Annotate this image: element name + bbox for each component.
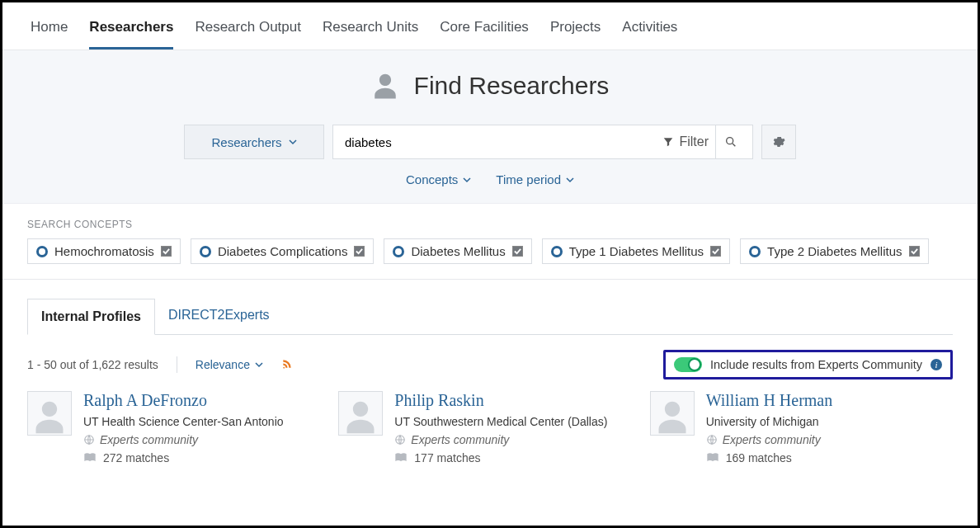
ring-icon: [36, 246, 48, 257]
nav-core-facilities[interactable]: Core Facilities: [440, 12, 529, 50]
checkbox-checked[interactable]: [354, 246, 365, 257]
results-toolbar: 1 - 50 out of 1,622 results Relevance In…: [2, 335, 978, 391]
results-toolbar-left: 1 - 50 out of 1,622 results Relevance: [27, 356, 293, 373]
results-grid: Ralph A DeFronzoUT Health Science Center…: [2, 391, 978, 473]
globe-icon: [706, 434, 718, 446]
chevron-down-icon: [566, 176, 574, 184]
filter-label: Filter: [679, 134, 709, 149]
concept-label: Diabetes Complications: [218, 244, 348, 258]
divider: [177, 356, 177, 373]
sort-select[interactable]: Relevance: [196, 358, 263, 371]
community-toggle[interactable]: [674, 357, 702, 372]
nav-researchers[interactable]: Researchers: [89, 12, 173, 50]
result-card: William H HermanUniversity of MichiganEx…: [650, 391, 953, 464]
info-icon[interactable]: i: [931, 359, 942, 370]
sub-filter-concepts[interactable]: Concepts: [406, 172, 471, 186]
search-type-select[interactable]: Researchers: [184, 125, 324, 159]
sort-label: Relevance: [196, 358, 250, 371]
tab-internal-profiles[interactable]: Internal Profiles: [27, 299, 155, 335]
chevron-down-icon: [255, 361, 263, 369]
concept-chip[interactable]: Type 2 Diabetes Mellitus: [740, 238, 928, 264]
globe-icon: [394, 434, 406, 446]
community-source: Experts community: [394, 433, 607, 446]
institution: UT Health Science Center-San Antonio: [83, 415, 284, 428]
page-title: Find Researchers: [371, 72, 610, 100]
search-button[interactable]: [715, 125, 746, 158]
nav-activities[interactable]: Activities: [622, 12, 677, 50]
ring-icon: [393, 246, 404, 257]
chevron-down-icon: [463, 176, 471, 184]
result-tabs: Internal ProfilesDIRECT2Experts: [2, 298, 978, 334]
svg-point-0: [727, 138, 733, 144]
avatar: [27, 391, 72, 436]
checkbox-checked[interactable]: [710, 246, 721, 257]
community-source: Experts community: [83, 433, 284, 446]
concept-label: Diabetes Mellitus: [411, 244, 505, 258]
institution: UT Southwestern Medical Center (Dallas): [394, 415, 607, 428]
community-toggle-label: Include results from Experts Community: [710, 358, 922, 371]
institution: University of Michigan: [706, 415, 833, 428]
rss-button[interactable]: [281, 358, 293, 372]
concept-label: Hemochromatosis: [54, 244, 154, 258]
nav-home[interactable]: Home: [31, 12, 68, 50]
nav-research-output[interactable]: Research Output: [195, 12, 301, 50]
filter-button[interactable]: Filter: [656, 125, 715, 158]
match-count: 177 matches: [394, 451, 607, 464]
concept-chip-list: HemochromatosisDiabetes ComplicationsDia…: [27, 238, 953, 264]
search-row: Researchers Filter: [184, 125, 796, 159]
ring-icon: [200, 246, 211, 257]
results-summary: 1 - 50 out of 1,622 results: [27, 358, 158, 371]
concept-label: Type 2 Diabetes Mellitus: [767, 244, 902, 258]
globe-icon: [83, 434, 95, 446]
concept-chip[interactable]: Hemochromatosis: [27, 238, 181, 264]
researcher-name[interactable]: Philip Raskin: [394, 391, 607, 410]
match-count: 169 matches: [706, 451, 833, 464]
sub-filters: ConceptsTime period: [2, 172, 978, 186]
avatar: [650, 391, 695, 436]
rss-icon: [281, 358, 293, 370]
checkbox-checked[interactable]: [512, 246, 523, 257]
chevron-down-icon: [289, 138, 297, 146]
search-box: Filter: [332, 125, 753, 159]
ring-icon: [749, 246, 761, 257]
result-card: Philip RaskinUT Southwestern Medical Cen…: [338, 391, 641, 464]
match-count: 272 matches: [83, 451, 284, 464]
search-input[interactable]: [343, 134, 656, 150]
researcher-name[interactable]: William H Herman: [706, 391, 833, 410]
person-icon: [371, 72, 399, 100]
community-toggle-group: Include results from Experts Community i: [663, 350, 953, 380]
funnel-icon: [662, 136, 674, 148]
search-concepts-header: SEARCH CONCEPTS: [27, 219, 953, 230]
top-nav: HomeResearchersResearch OutputResearch U…: [2, 2, 978, 50]
concept-label: Type 1 Diabetes Mellitus: [569, 244, 704, 258]
book-icon: [394, 452, 408, 464]
community-source: Experts community: [706, 433, 833, 446]
checkbox-checked[interactable]: [909, 246, 920, 257]
researcher-name[interactable]: Ralph A DeFronzo: [83, 391, 284, 410]
nav-projects[interactable]: Projects: [550, 12, 601, 50]
concept-chip[interactable]: Type 1 Diabetes Mellitus: [542, 238, 730, 264]
concept-chip[interactable]: Diabetes Mellitus: [384, 238, 531, 264]
settings-button[interactable]: [761, 125, 796, 159]
hero: Find Researchers Researchers Filter: [2, 50, 978, 204]
search-concepts-section: SEARCH CONCEPTS HemochromatosisDiabetes …: [2, 204, 978, 280]
search-type-label: Researchers: [211, 135, 281, 149]
ring-icon: [551, 246, 563, 257]
checkbox-checked[interactable]: [161, 246, 172, 257]
sub-filter-time-period[interactable]: Time period: [496, 172, 574, 186]
book-icon: [706, 452, 719, 464]
concept-chip[interactable]: Diabetes Complications: [191, 238, 375, 264]
gear-icon: [772, 135, 785, 148]
result-card: Ralph A DeFronzoUT Health Science Center…: [27, 391, 330, 464]
tab-direct2experts[interactable]: DIRECT2Experts: [155, 298, 283, 334]
nav-research-units[interactable]: Research Units: [323, 12, 418, 50]
book-icon: [83, 452, 97, 464]
avatar: [338, 391, 383, 436]
page-title-text: Find Researchers: [414, 72, 610, 100]
search-icon: [724, 135, 737, 148]
